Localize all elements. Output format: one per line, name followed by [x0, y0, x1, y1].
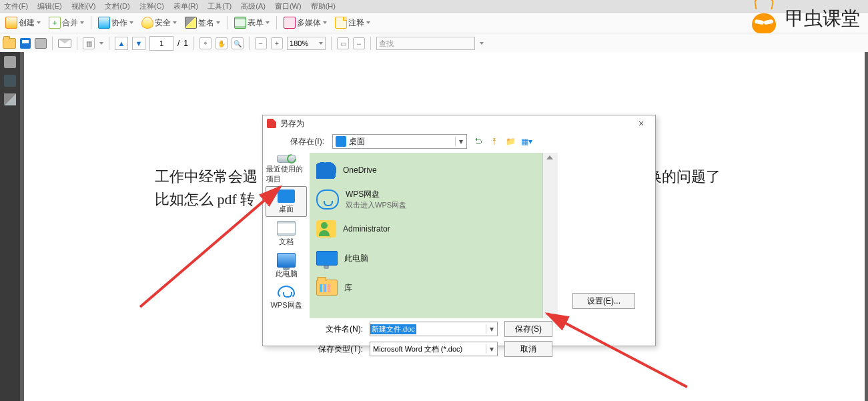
- place-computer[interactable]: 此电脑: [266, 250, 307, 281]
- menu-file[interactable]: 文件(F): [4, 1, 28, 11]
- save-button[interactable]: 保存(S): [504, 321, 552, 337]
- menu-advanced[interactable]: 高级(A): [241, 1, 266, 11]
- attachments-panel-icon[interactable]: [4, 93, 16, 105]
- settings-button[interactable]: 设置(E)...: [572, 293, 635, 309]
- fit-width-icon[interactable]: ↔: [353, 37, 365, 49]
- place-recent[interactable]: 最近使用的项目: [266, 154, 307, 185]
- save-icon[interactable]: [20, 38, 31, 49]
- create-button[interactable]: 创建: [3, 15, 43, 30]
- new-folder-icon[interactable]: 📁: [504, 135, 516, 147]
- toolbar-main: 创建 合并 协作 安全 签名 表单 多媒体 注释: [0, 13, 868, 33]
- place-desktop[interactable]: 桌面: [266, 186, 307, 217]
- menu-forms[interactable]: 表单(R): [173, 1, 198, 11]
- places-bar: 最近使用的项目 桌面 文档 此电脑 WPS网盘: [263, 153, 310, 318]
- back-icon[interactable]: ⮌: [472, 135, 484, 147]
- filename-label: 文件名(N):: [316, 324, 363, 335]
- mail-icon[interactable]: [58, 39, 71, 48]
- wps-cloud-icon: [316, 189, 339, 210]
- pdf-icon: [267, 119, 276, 128]
- pages-panel-icon[interactable]: [4, 56, 16, 68]
- note-button[interactable]: 注释: [332, 15, 373, 30]
- bookmarks-panel-icon[interactable]: [4, 75, 16, 87]
- print-icon[interactable]: [35, 38, 47, 49]
- menu-tools[interactable]: 工具(T): [207, 1, 232, 11]
- cancel-button[interactable]: 取消: [504, 341, 552, 357]
- toolbar-nav: ▥ ▲ ▼ / 1 ⌖ ✋ 🔍 − + 180% ▭ ↔ 查找: [0, 33, 868, 54]
- page-total: 1: [183, 39, 188, 48]
- page-sep: /: [177, 39, 179, 48]
- place-documents[interactable]: 文档: [266, 218, 307, 249]
- menu-comment[interactable]: 注释(C): [139, 1, 164, 11]
- menu-edit[interactable]: 编辑(E): [37, 1, 62, 11]
- multimedia-button[interactable]: 多媒体: [281, 15, 330, 30]
- forms-button[interactable]: 表单: [232, 15, 272, 30]
- page-up-button[interactable]: ▲: [115, 37, 128, 50]
- secure-button[interactable]: 安全: [139, 15, 179, 30]
- watermark: 甲虫课堂: [748, 4, 860, 33]
- dialog-title: 另存为: [280, 118, 304, 129]
- onedrive-icon: [316, 161, 336, 179]
- menu-window[interactable]: 窗口(W): [275, 1, 302, 11]
- dialog-titlebar: 另存为 ×: [263, 115, 655, 131]
- side-panel: [0, 52, 20, 401]
- zoom-out-icon[interactable]: −: [255, 37, 267, 49]
- filetype-label: 保存类型(T):: [316, 344, 363, 355]
- computer-icon: [316, 251, 338, 266]
- file-list[interactable]: OneDrive WPS网盘双击进入WPS网盘 Administrator 此电…: [310, 153, 542, 318]
- open-icon[interactable]: [3, 38, 16, 49]
- desktop-icon: [336, 136, 346, 147]
- sign-button[interactable]: 签名: [182, 15, 223, 30]
- menu-help[interactable]: 帮助(H): [311, 1, 336, 11]
- select-tool-icon[interactable]: ⌖: [199, 37, 211, 49]
- zoom-tool-icon[interactable]: 🔍: [232, 37, 244, 49]
- zoom-combo[interactable]: 180%: [287, 37, 326, 50]
- find-input[interactable]: 查找: [376, 37, 475, 50]
- list-item: WPS网盘双击进入WPS网盘: [314, 185, 538, 214]
- fit-page-icon[interactable]: ▭: [337, 37, 349, 49]
- view-menu-icon[interactable]: ▦▾: [520, 135, 532, 147]
- scrollbar[interactable]: [542, 153, 558, 318]
- list-item: 此电脑: [314, 244, 538, 273]
- save-as-dialog: 另存为 × 保存在(I): 桌面 ▾ ⮌ ⭱ 📁 ▦▾ 最近使用的项目 桌面 文…: [262, 115, 656, 346]
- list-item: 库: [314, 273, 538, 302]
- zoom-in-icon[interactable]: +: [271, 37, 283, 49]
- beetle-icon: [748, 4, 780, 33]
- list-item: Administrator: [314, 214, 538, 244]
- menu-view[interactable]: 视图(V): [71, 1, 96, 11]
- filename-input[interactable]: 新建文件.doc▾: [370, 322, 498, 336]
- menu-document[interactable]: 文档(D): [105, 1, 129, 11]
- hand-tool-icon[interactable]: ✋: [215, 37, 228, 49]
- save-in-combo[interactable]: 桌面 ▾: [332, 134, 467, 149]
- page-down-button[interactable]: ▼: [132, 37, 145, 50]
- close-button[interactable]: ×: [631, 118, 651, 129]
- menu-bar: 文件(F) 编辑(E) 视图(V) 文档(D) 注释(C) 表单(R) 工具(T…: [0, 0, 868, 13]
- page-thumb-icon[interactable]: ▥: [83, 37, 95, 49]
- list-item: OneDrive: [314, 155, 538, 185]
- filetype-combo[interactable]: Microsoft Word 文档 (*.doc)▾: [370, 342, 498, 356]
- page-current-input[interactable]: [149, 36, 173, 51]
- collab-button[interactable]: 协作: [95, 15, 136, 30]
- save-in-label: 保存在(I):: [271, 136, 327, 147]
- place-wps[interactable]: WPS网盘: [266, 282, 307, 313]
- merge-button[interactable]: 合并: [46, 15, 87, 30]
- up-icon[interactable]: ⭱: [488, 135, 500, 147]
- library-icon: [316, 280, 338, 296]
- user-folder-icon: [316, 220, 336, 238]
